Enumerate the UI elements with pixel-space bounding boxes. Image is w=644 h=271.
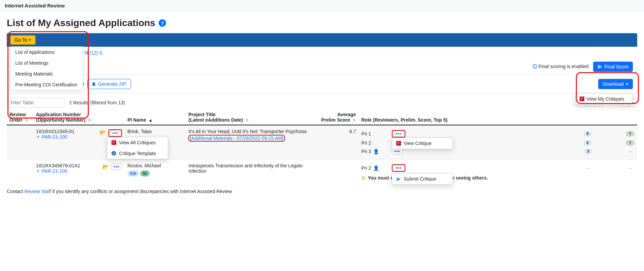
goto-item-materials[interactable]: Meeting Materials: [11, 68, 83, 79]
blue-bar-wrapper: Go To List of Applications List of Meeti…: [7, 33, 637, 59]
page-body: List of My Assigned Applications ? Go To…: [0, 12, 644, 204]
pdf-icon: 🅿: [580, 96, 584, 102]
paper-plane-icon: [598, 64, 602, 69]
breadcrumb: R (12) S: [7, 47, 637, 59]
role-label: Pri 2: [361, 140, 385, 146]
annotation-highlight-role-dots: •••: [392, 130, 405, 138]
goto-item-applications[interactable]: List of Applications: [11, 47, 83, 58]
row-actions-dropdown: 🅿 View All Critiques 🅦 Critique Template: [107, 137, 168, 159]
top5-badge: Y: [626, 140, 635, 146]
filter-input[interactable]: [7, 98, 64, 108]
ni-badge: NI: [140, 170, 149, 176]
user-icon: 👤: [373, 165, 379, 171]
annotation-highlight-dots: •••: [108, 129, 122, 137]
app-number-cell: 1I01RX012345-01 ↗ PAR-21-100 📂 •••: [36, 129, 122, 140]
opportunity-link[interactable]: PAR-21-100: [42, 134, 67, 140]
page-title: List of My Assigned Applications: [7, 18, 155, 28]
generate-zip-button[interactable]: Generate ZIP: [87, 79, 131, 89]
sort-icon: ⇅: [88, 118, 91, 123]
scoring-row: tions ⓘ Final scoring is enabled Final S…: [7, 59, 637, 75]
goto-item-meetings[interactable]: List of Meetings: [11, 58, 83, 68]
goto-button[interactable]: Go To: [10, 35, 36, 45]
role-actions-dropdown: Submit Critique: [392, 173, 453, 185]
prelim-score-badge: 5: [584, 149, 592, 154]
pi-name: Rostov, Michael: [127, 163, 183, 168]
top5-badge: -: [626, 149, 635, 154]
download-dropdown: 🅿 View My Critiques: [575, 93, 633, 105]
paper-plane-icon: [396, 176, 401, 182]
annotation-highlight-role-dots: •••: [392, 164, 405, 172]
col-review-order[interactable]: Review Order ⇅: [7, 110, 33, 125]
action-bar: Go To: [7, 33, 637, 47]
chevron-down-icon: [626, 83, 628, 85]
table-row: 1I01RX012345-01 ↗ PAR-21-100 📂 •••: [7, 125, 637, 160]
goto-dropdown: List of Applications List of Meetings Me…: [10, 46, 83, 90]
review-staff-link[interactable]: Review Staff: [24, 189, 51, 194]
action-view-critique[interactable]: 🅿 View Critique: [392, 138, 452, 149]
sort-icon: ⇅: [245, 118, 249, 123]
scoring-right: ⓘ Final scoring is enabled Final Score: [532, 62, 633, 72]
prelim-score-badge: 9: [583, 131, 592, 137]
additional-materials-link[interactable]: [Additional Materials - 07/26/2022 09:15…: [190, 136, 283, 141]
breadcrumb-link[interactable]: R (12) S: [85, 50, 102, 56]
opportunity-link[interactable]: PAR-21-100: [42, 168, 67, 174]
row-actions-button[interactable]: •••: [111, 164, 122, 170]
col-app-number[interactable]: Application Number (Opportunity Number) …: [33, 110, 125, 125]
results-count: 2 Results (filtered from 13): [69, 100, 125, 105]
user-icon: 👤: [373, 149, 379, 154]
folder-icon[interactable]: 📂: [102, 164, 109, 170]
col-project-title[interactable]: Project Title (Latest eAdditions Date) ⇅: [186, 110, 318, 125]
file-icon: [92, 82, 96, 86]
role-actions-button[interactable]: •••: [393, 131, 404, 137]
action-critique-template[interactable]: 🅦 Critique Template: [107, 148, 168, 159]
goto-item-coi[interactable]: Pre-Meeting COI Certification: [11, 79, 83, 90]
avg-prelim-score: [318, 160, 359, 184]
download-wrapper: Download 🅿 View My Critiques: [598, 79, 633, 89]
application-number: 1I01RX012345-01: [36, 129, 75, 134]
row-actions-button[interactable]: •••: [110, 130, 121, 136]
download-item-view-critiques[interactable]: 🅿 View My Critiques: [576, 93, 632, 104]
top5-badge: Y: [626, 131, 635, 137]
role-row: Pri 1 ••• 🅿 View Critique: [361, 129, 635, 139]
warning-icon: ⚠: [361, 175, 366, 181]
top5-badge: -: [626, 165, 635, 171]
annotation-highlight-addl: [Additional Materials - 07/26/2022 09:15…: [188, 135, 285, 142]
sort-icon: ⇅: [25, 118, 28, 123]
role-actions-button[interactable]: •••: [393, 165, 404, 171]
goto-button-label: Go To: [15, 37, 27, 43]
esi-badge: ESI: [127, 170, 139, 176]
help-icon[interactable]: ?: [159, 19, 166, 27]
pdf-icon: 🅿: [396, 141, 401, 146]
role-label: Pri 1: [361, 131, 385, 137]
final-score-button[interactable]: Final Score: [593, 62, 633, 72]
sort-up-icon: ▲: [148, 118, 153, 123]
project-title: It's All in Your Head, Until It's Not: T…: [188, 129, 315, 134]
zip-row: My Assigned Applications (ZIP) ⓘ Generat…: [7, 75, 637, 93]
folder-icon[interactable]: 📂: [100, 129, 106, 136]
avg-prelim-score: 6.7: [318, 125, 359, 160]
info-icon: ⓘ: [532, 64, 537, 69]
app-header: Internet Assisted Review: [0, 0, 644, 12]
role-actions-dropdown: 🅿 View Critique: [392, 138, 453, 149]
col-avg-score[interactable]: Average Prelim Score ⇅: [318, 110, 359, 125]
page-title-row: List of My Assigned Applications ?: [7, 18, 637, 28]
scoring-status: ⓘ Final scoring is enabled: [532, 64, 588, 70]
action-submit-critique[interactable]: Submit Critique: [392, 173, 452, 184]
sort-icon: ⇅: [353, 118, 356, 123]
col-pi-name[interactable]: PI Name ▲: [125, 110, 186, 125]
prelim-score-badge: -: [584, 165, 592, 171]
role-row: Pri 2 👤 •••: [361, 163, 635, 173]
word-icon: 🅦: [112, 151, 116, 156]
prelim-score-badge: 6: [583, 140, 592, 146]
external-link-icon: ↗: [36, 134, 40, 140]
project-title: Intraspecies Transmission and Infectivit…: [186, 160, 318, 184]
role-label: Pri 2 👤: [361, 165, 385, 171]
action-view-all-critiques[interactable]: 🅿 View All Critiques: [107, 137, 168, 148]
filter-row: 2 Results (filtered from 13) ▤ « ‹ 1 of …: [7, 98, 637, 108]
download-button[interactable]: Download: [598, 79, 633, 89]
role-label: Pri 3 👤: [361, 149, 385, 154]
role-actions-button[interactable]: •••: [392, 148, 403, 154]
app-number-cell: 1I01RX345678-01A1 ↗ PAR-21-100 📂 •••: [36, 163, 122, 174]
col-role: Role (Reviewers, Prelim. Score, Top 5): [359, 110, 637, 125]
footer-note: Contact Review Staff if you identify any…: [7, 189, 637, 194]
